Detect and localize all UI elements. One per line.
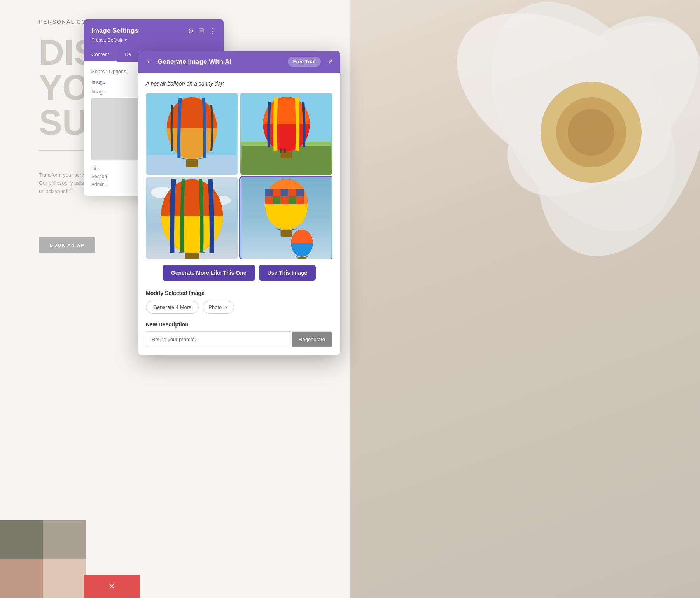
preset-arrow-icon: ▼ bbox=[124, 38, 128, 42]
back-button[interactable]: ← bbox=[146, 57, 154, 66]
prompt-text: A hot air balloon on a sunny day bbox=[146, 81, 332, 87]
panel-header: Image Settings ⊙ ⊞ ⋮ Preset: Default ▼ bbox=[84, 19, 224, 47]
svg-rect-46 bbox=[298, 257, 306, 259]
svg-rect-40 bbox=[289, 196, 296, 204]
regenerate-button[interactable]: Regenerate bbox=[292, 332, 332, 347]
svg-rect-20 bbox=[280, 148, 282, 153]
svg-rect-41 bbox=[296, 196, 304, 204]
panel-title: Image Settings bbox=[91, 27, 138, 35]
modal-header-right: Free Trial × bbox=[288, 57, 333, 67]
flower-svg bbox=[350, 0, 700, 350]
grid-icon[interactable]: ⊞ bbox=[198, 26, 204, 35]
tab-design[interactable]: De bbox=[117, 47, 139, 62]
new-description-section: New Description Regenerate bbox=[146, 321, 332, 347]
swatch-1 bbox=[0, 520, 43, 559]
svg-point-6 bbox=[568, 109, 614, 156]
svg-rect-39 bbox=[281, 196, 289, 204]
bottom-red-bar[interactable]: ✕ bbox=[84, 575, 140, 598]
svg-rect-33 bbox=[273, 189, 281, 196]
bg-right-panel bbox=[350, 0, 700, 598]
close-x-icon: ✕ bbox=[108, 582, 115, 591]
new-desc-title: New Description bbox=[146, 321, 332, 328]
camera-icon[interactable]: ⊙ bbox=[188, 26, 194, 35]
ai-modal-title: Generate Image With AI bbox=[158, 58, 231, 66]
swatch-4 bbox=[43, 559, 86, 598]
svg-rect-17 bbox=[281, 151, 292, 158]
svg-rect-10 bbox=[186, 159, 198, 167]
svg-rect-38 bbox=[273, 196, 281, 204]
svg-rect-27 bbox=[185, 253, 199, 259]
balloon-svg-3 bbox=[146, 177, 238, 259]
free-trial-badge[interactable]: Free Trial bbox=[288, 57, 321, 67]
svg-rect-42 bbox=[281, 230, 292, 237]
svg-rect-32 bbox=[265, 189, 273, 196]
svg-rect-36 bbox=[296, 189, 304, 196]
swatch-2 bbox=[43, 520, 86, 559]
balloon-svg-1 bbox=[146, 93, 238, 175]
svg-rect-35 bbox=[289, 189, 296, 196]
preset-label: Preset: Default bbox=[91, 37, 122, 43]
modify-controls: Generate 4 More Photo ▼ bbox=[146, 301, 332, 314]
new-desc-input-wrap: Regenerate bbox=[146, 331, 332, 347]
generate-4-button[interactable]: Generate 4 More bbox=[146, 301, 199, 314]
book-appointment-button[interactable]: BOOK AN AP bbox=[39, 237, 95, 253]
modify-title: Modify Selected Image bbox=[146, 290, 332, 296]
style-select-label: Photo bbox=[208, 304, 222, 310]
ai-generate-modal: ← Generate Image With AI Free Trial × A … bbox=[138, 51, 340, 355]
ai-modal-header: ← Generate Image With AI Free Trial × bbox=[138, 51, 340, 73]
ai-modal-body: A hot air balloon on a sunny day bbox=[138, 73, 340, 355]
svg-rect-21 bbox=[284, 148, 286, 153]
tab-content[interactable]: Content bbox=[84, 47, 117, 62]
svg-rect-34 bbox=[281, 189, 289, 196]
generated-image-2[interactable] bbox=[240, 93, 332, 175]
balloon-svg-2 bbox=[240, 93, 332, 175]
svg-rect-37 bbox=[265, 196, 273, 204]
action-buttons: Generate More Like This One Use This Ima… bbox=[146, 265, 332, 281]
modal-close-button[interactable]: × bbox=[328, 57, 332, 66]
modal-title-wrap: ← Generate Image With AI bbox=[146, 57, 231, 66]
panel-icons: ⊙ ⊞ ⋮ bbox=[188, 26, 216, 35]
bg-divider bbox=[39, 150, 86, 151]
style-chevron-icon: ▼ bbox=[224, 305, 228, 310]
generated-image-1[interactable] bbox=[146, 93, 238, 175]
balloon-svg-4 bbox=[240, 177, 332, 259]
panel-preset[interactable]: Preset: Default ▼ bbox=[91, 37, 216, 43]
swatch-3 bbox=[0, 559, 43, 598]
modify-section: Modify Selected Image Generate 4 More Ph… bbox=[146, 290, 332, 314]
generated-image-3[interactable] bbox=[146, 177, 238, 259]
style-select[interactable]: Photo ▼ bbox=[203, 301, 234, 314]
color-swatches bbox=[0, 520, 86, 598]
generate-more-button[interactable]: Generate More Like This One bbox=[163, 265, 255, 281]
generated-image-4[interactable] bbox=[240, 177, 332, 259]
new-desc-input[interactable] bbox=[146, 332, 292, 347]
more-icon[interactable]: ⋮ bbox=[209, 26, 216, 35]
use-image-button[interactable]: Use This Image bbox=[259, 265, 316, 281]
image-grid bbox=[146, 93, 332, 259]
image-placeholder bbox=[91, 98, 138, 160]
